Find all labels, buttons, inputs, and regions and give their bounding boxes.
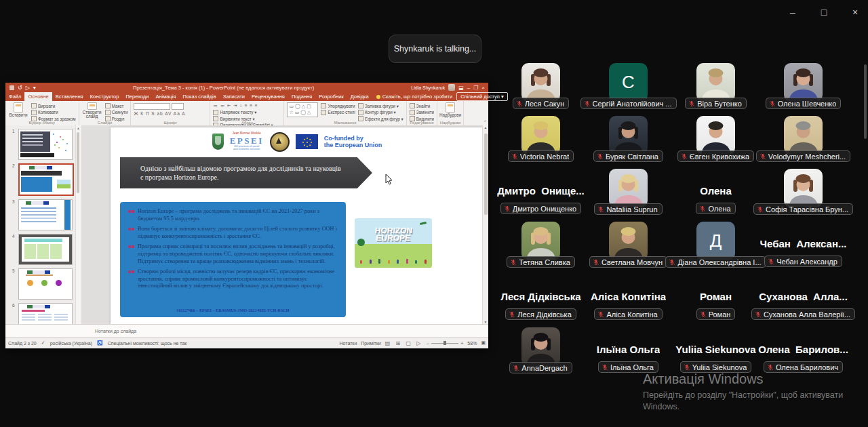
participant-tile[interactable]: Буряк Світлана xyxy=(585,116,672,169)
participant-tile[interactable]: Суханова Алла... Суханова Алла Валерії..… xyxy=(760,274,847,327)
ribbon-button[interactable]: Заливка фігури ▾ xyxy=(358,103,403,108)
font-name-combobox[interactable] xyxy=(134,103,170,110)
ribbon-button[interactable]: Вирізати xyxy=(31,103,76,108)
quick-styles-button[interactable]: Експрес-стилі xyxy=(321,110,355,115)
slide-thumbnail-4[interactable]: 4 xyxy=(12,234,76,265)
collapse-ribbon-icon[interactable]: ^ xyxy=(484,119,486,124)
present-icon[interactable]: ▷ xyxy=(26,85,30,90)
participant-tile[interactable]: Тетяна Сливка xyxy=(497,222,585,274)
participant-tile[interactable]: Чебан Алексан... Чебан Александр xyxy=(760,222,847,274)
slide-scrollbar[interactable]: ▲ ▼ xyxy=(482,125,488,324)
fit-to-window-icon[interactable]: ▣ xyxy=(481,340,486,346)
participant-tile[interactable]: Светлана Мовчун xyxy=(585,222,672,274)
participant-tile[interactable]: Віра Бутенко xyxy=(672,63,760,116)
ribbon-tab-Основне[interactable]: Основне xyxy=(24,92,52,101)
participant-tile[interactable]: Дмитро Онище... Дмитро Онищенко xyxy=(497,169,585,222)
slide-thumbnail-panel: ▲ 123456 xyxy=(5,125,81,324)
scroll-up-icon[interactable]: ▲ xyxy=(483,125,488,129)
accessibility-status[interactable]: Спеціальні можливості: щось не так xyxy=(108,341,187,346)
participant-tile[interactable]: Yuliia Siekunova Yuliia Siekunova xyxy=(672,327,760,380)
ribbon-tab-Розробник[interactable]: Розробник xyxy=(315,92,347,101)
participant-tile[interactable]: Софія Тарасівна Брун... xyxy=(760,169,847,222)
ribbon-tab-Конструктор[interactable]: Конструктор xyxy=(87,92,123,101)
scroll-up-icon[interactable]: ▲ xyxy=(76,125,81,131)
quick-access-toolbar[interactable]: ↺ ▷ ▾ xyxy=(9,85,36,90)
ribbon-tab-Подання[interactable]: Подання xyxy=(288,92,315,101)
zoom-slider-thumb[interactable] xyxy=(443,341,446,345)
notes-toggle[interactable]: Нотатки xyxy=(339,341,357,346)
ribbon-big-button[interactable]: Створити слайд xyxy=(82,102,102,119)
participant-tile[interactable]: Роман Роман xyxy=(672,274,760,327)
participant-tile[interactable]: C Сергій Анатолійович ... xyxy=(585,63,672,116)
font-format-buttons[interactable]: Ж К П S ab AV Aa A xyxy=(134,111,185,116)
tell-me-box[interactable]: Скажіть, що потрібно зробити xyxy=(372,92,457,101)
ribbon-button[interactable]: Скинути xyxy=(105,110,128,115)
participant-tile[interactable]: Nataliia Suprun xyxy=(585,169,672,222)
user-avatar[interactable] xyxy=(448,84,455,91)
ribbon-options-icon[interactable]: ⬓ xyxy=(458,85,464,91)
restore-icon[interactable]: ❐ xyxy=(473,85,478,91)
slide-thumbnail-2[interactable]: 2 xyxy=(12,163,76,196)
notes-pane[interactable]: Нотатки до слайда xyxy=(5,324,488,337)
slide-thumbnail-5[interactable]: 5 xyxy=(12,268,76,300)
ribbon-big-button[interactable]: Вставити xyxy=(8,102,28,119)
participant-tile[interactable]: Леся Дідківська Леся Дідківська xyxy=(497,274,585,327)
notes-placeholder: Нотатки до слайда xyxy=(95,329,136,333)
ribbon-button[interactable]: Макет xyxy=(105,103,128,108)
maximize-button[interactable]: □ xyxy=(816,7,831,18)
zoom-level[interactable]: 58% xyxy=(467,341,477,346)
shapes-gallery[interactable]: ▭ ◯ △ ▢ ☆ ▭ ◯ △ ▢ ☆ xyxy=(287,102,318,117)
ribbon-tab-Показ слайдів[interactable]: Показ слайдів xyxy=(180,92,220,101)
participant-tile[interactable]: Victoria Nebrat xyxy=(497,116,585,169)
ribbon-tab-Довідка[interactable]: Довідка xyxy=(347,92,372,101)
participant-name-label: Віра Бутенко xyxy=(685,98,747,109)
participant-display-name: Суханова Алла... xyxy=(759,291,848,302)
save-icon[interactable] xyxy=(9,85,14,90)
ribbon-button[interactable]: Контур фігури ▾ xyxy=(358,110,403,115)
view-buttons[interactable]: ▤ ⊞ ▢ ▷ xyxy=(385,340,423,346)
ribbon-tab-Файл[interactable]: Файл xyxy=(5,92,24,101)
slide-thumbnail-6[interactable]: 6 xyxy=(12,303,76,324)
participant-tile[interactable]: Олена Олена xyxy=(672,169,760,222)
participant-tile[interactable]: AnnaDergach xyxy=(497,327,585,380)
slide-title-banner: Однією з найбільш відомою програмою для … xyxy=(120,157,372,188)
participant-tile[interactable]: Олена Барилов... Олена Барилович xyxy=(760,327,847,380)
comments-toggle[interactable]: Примітки xyxy=(361,341,380,346)
participant-tile[interactable]: Д Діана Олександрівна І... xyxy=(672,222,760,274)
ribbon-big-button[interactable]: Надбудови xyxy=(440,102,460,119)
participant-name-label: Суханова Алла Валерії... xyxy=(751,308,855,320)
ribbon-button[interactable]: Замінити xyxy=(410,110,434,115)
spellcheck-icon[interactable]: ✓ xyxy=(41,340,45,346)
language-indicator[interactable]: російська (Україна) xyxy=(50,341,92,346)
ribbon-tab-Анімація[interactable]: Анімація xyxy=(152,92,179,101)
minimize-icon[interactable]: – xyxy=(467,85,470,91)
participant-tile[interactable]: Volodymyr Meshcheri... xyxy=(760,116,847,169)
zoom-out-icon[interactable]: – xyxy=(427,341,429,346)
ribbon-tab-Переходи[interactable]: Переходи xyxy=(122,92,152,101)
ribbon-tab-Записати[interactable]: Записати xyxy=(220,92,248,101)
paragraph-buttons[interactable]: ≔ ≕ ⇤ ⇥ ↕ ≡ ≡ ≡ xyxy=(213,103,273,108)
undo-icon[interactable]: ↺ xyxy=(18,85,22,90)
participant-tile[interactable]: Леся Сакун xyxy=(497,63,585,116)
participant-tile[interactable]: Євген Кривохижа xyxy=(672,116,760,169)
ribbon-button[interactable]: Копіювати xyxy=(31,110,76,115)
arrange-button[interactable]: Упорядкувати xyxy=(321,103,355,108)
slide-thumbnail-1[interactable]: 1 xyxy=(12,129,76,160)
zoom-in-icon[interactable]: + xyxy=(460,341,463,346)
thumbnail-scrollbar[interactable]: ▲ xyxy=(75,125,81,324)
ribbon-button[interactable]: Знайти xyxy=(410,103,434,108)
participant-tile[interactable]: Аліса Копитіна Аліса Копитіна xyxy=(585,274,672,327)
ribbon-tab-Вставлення[interactable]: Вставлення xyxy=(52,92,87,101)
slide-thumbnail-3[interactable]: 3 xyxy=(12,199,76,230)
font-size-combobox[interactable] xyxy=(172,103,184,110)
ribbon-group: НадбудовиНадбудови xyxy=(437,101,464,125)
minimize-button[interactable]: – xyxy=(785,7,800,18)
ribbon-button[interactable]: Напрямок тексту ▾ xyxy=(213,110,273,115)
close-icon[interactable]: × xyxy=(481,85,485,91)
participants-scrollbar[interactable] xyxy=(864,64,867,139)
participant-name-label: Светлана Мовчун xyxy=(589,256,667,268)
ribbon-tab-Рецензування[interactable]: Рецензування xyxy=(248,92,288,101)
zoom-slider[interactable]: – + xyxy=(427,341,463,346)
participant-tile[interactable]: Олена Шевченко xyxy=(760,63,847,116)
close-button[interactable]: × xyxy=(848,7,863,18)
